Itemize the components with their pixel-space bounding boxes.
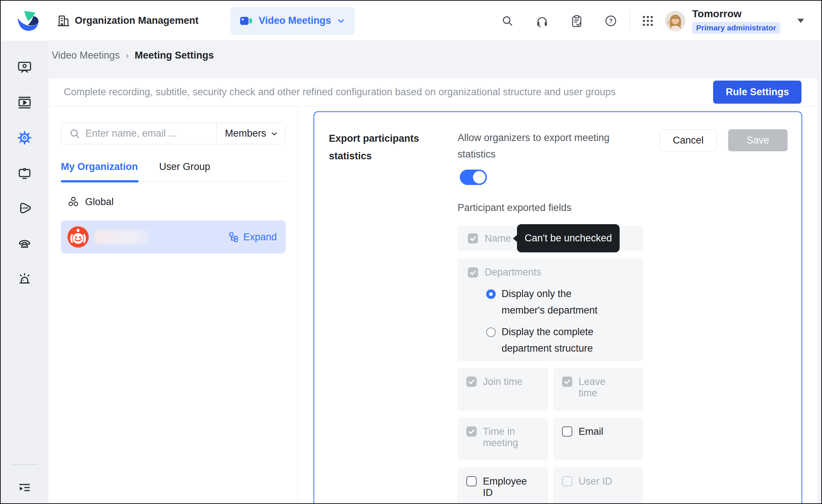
member-search-input[interactable] [85,123,216,144]
sidebar-item-user-screen-icon[interactable] [17,60,32,75]
checkbox-employee-id-unchecked[interactable] [466,476,477,486]
checkbox-name-checked-disabled[interactable] [468,233,478,244]
breadcrumb-separator-icon: › [126,50,129,61]
workspace-body: Members My Organization User Group [48,106,818,504]
export-toggle-on[interactable] [460,170,487,185]
sidebar-item-settings-gear-icon[interactable] [17,130,32,145]
checkbox-departments-checked-disabled[interactable] [468,267,478,278]
organization-avatar [67,226,89,248]
tab-user-group[interactable]: User Group [159,161,210,181]
field-join-time: Join time [458,368,548,411]
app-title-label: Organization Management [75,15,199,26]
sidebar-item-rooms-display-icon[interactable] [17,166,32,180]
field-employee-id-label: Employee ID [483,476,530,499]
field-time-in-meeting: Time in meeting [458,418,548,460]
magnifier-icon [69,128,80,139]
checkbox-time-in-meeting-checked-disabled[interactable] [466,426,477,437]
lark-logo-icon [17,10,40,32]
rule-settings-button[interactable]: Rule Settings [713,81,801,104]
field-email-label: Email [579,426,603,437]
field-user-id-label: User ID [579,476,612,487]
toggle-description: Allow organizers to export meeting stati… [458,130,634,163]
member-search-box: Members [61,123,286,144]
topbar-divider [630,11,630,30]
collapse-sidebar-icon[interactable] [18,481,32,494]
field-join-time-label: Join time [483,376,522,388]
checkbox-leave-time-checked-disabled[interactable] [562,377,572,387]
radio-complete-structure[interactable] [486,327,496,337]
video-camera-icon [240,14,253,27]
field-leave-time-label: Leave time [579,376,608,399]
search-scope-value: Members [225,128,266,139]
product-switcher[interactable]: Video Meetings [230,7,355,35]
breadcrumb-current: Meeting Settings [135,50,214,61]
breadcrumb-parent[interactable]: Video Meetings [52,50,120,61]
tab-my-organization[interactable]: My Organization [61,161,138,181]
user-info[interactable]: Tomorrow Primary administrator [692,8,780,34]
cancel-button[interactable]: Cancel [660,129,717,151]
fields-grid: Join time Leave time Time [458,368,643,504]
user-avatar[interactable] [665,11,686,31]
tasks-clipboard-icon[interactable] [570,15,583,27]
checkbox-email-unchecked[interactable] [562,426,572,437]
field-email: Email [553,418,643,460]
radio-member-department-selected[interactable] [486,289,496,299]
sidebar-item-live-icon[interactable]: LIVE [17,201,32,215]
headset-icon[interactable] [536,15,548,27]
org-panel: Members My Organization User Group [48,106,298,504]
product-switcher-label: Video Meetings [259,15,331,26]
fields-heading: Participant exported fields [458,202,572,214]
expand-org-link[interactable]: Expand [229,231,277,243]
sidebar-item-alerts-siren-icon[interactable] [17,271,32,286]
workspace-card: Complete recording, subtitle, security c… [48,78,818,504]
save-button[interactable]: Save [728,129,788,151]
radio-member-department-label[interactable]: Display only the member's department [502,286,612,319]
building-icon [57,15,70,27]
tooltip-cant-be-unchecked: Can't be unchecked [517,224,620,252]
sidebar-item-recordings-icon[interactable] [17,95,32,110]
user-name: Tomorrow [692,8,742,20]
panel-divider [298,106,298,504]
organization-item-selected[interactable]: Expand [61,220,286,253]
apps-grid-icon[interactable] [642,15,654,27]
sidebar-divider [11,464,37,465]
org-tree-icon [229,232,239,242]
topbar: Organization Management Video Meetings [1,1,821,41]
toggle-knob [473,171,485,184]
global-scope-item[interactable]: Global [61,191,286,212]
checkbox-user-id-unchecked-disabled[interactable] [562,476,572,486]
app-title: Organization Management [57,15,199,27]
chevron-down-icon [271,130,278,137]
expand-label: Expand [243,231,277,243]
field-departments-label: Departments [485,267,542,278]
content-area: Video Meetings › Meeting Settings Comple… [48,41,821,503]
export-settings-panel: Export participants statistics Allow org… [313,111,802,504]
search-icon[interactable] [501,15,514,27]
setting-title: Export participants statistics [329,130,432,165]
svg-text:?: ? [609,18,613,24]
global-label: Global [85,196,114,208]
checkbox-join-time-checked-disabled[interactable] [466,377,477,387]
topbar-actions: ? [501,8,805,34]
chevron-down-icon [337,17,345,25]
admin-console-window: Organization Management Video Meetings [0,0,822,504]
global-rings-icon [67,196,79,208]
field-leave-time: Leave time [553,368,643,411]
banner-description: Complete recording, subtitle, security c… [64,86,616,98]
field-user-id: User ID [553,467,643,504]
field-time-in-meeting-label: Time in meeting [483,426,520,449]
help-icon[interactable]: ? [605,15,617,27]
field-name-label: Name [485,233,511,244]
svg-text:LIVE: LIVE [21,206,28,210]
organization-name-redacted [95,230,150,244]
org-tabs: My Organization User Group [61,161,286,182]
field-employee-id: Employee ID [458,467,548,504]
breadcrumb: Video Meetings › Meeting Settings [52,50,214,61]
field-departments: Departments Display only the member's de… [458,259,643,361]
sidebar-item-phone-icon[interactable] [17,236,32,251]
search-scope-select[interactable]: Members [217,123,285,144]
description-banner: Complete recording, subtitle, security c… [48,78,818,106]
caret-down-icon[interactable] [796,18,805,24]
user-role-badge: Primary administrator [692,22,780,34]
radio-complete-structure-label[interactable]: Display the complete department structur… [502,324,612,357]
